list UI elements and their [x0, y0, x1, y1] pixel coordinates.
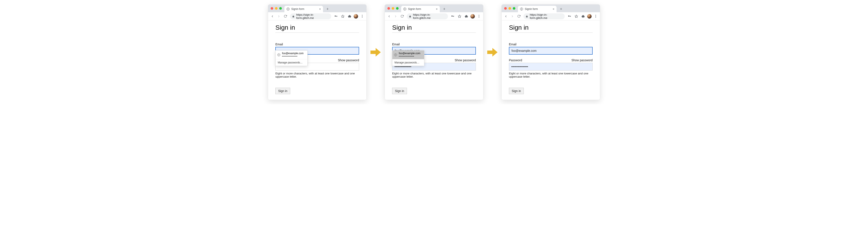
email-label: Email	[392, 43, 400, 46]
svg-marker-1	[458, 15, 461, 18]
password-field-group: Password Show password Eight or more cha…	[509, 58, 593, 78]
extensions-icon[interactable]	[463, 13, 469, 19]
page-content: Sign in Email foo@example.com ••••••••••…	[385, 21, 483, 100]
vertical-dots-icon	[362, 15, 363, 18]
url-text: https://sign-in-form.glitch.me	[413, 13, 446, 20]
svg-marker-2	[575, 15, 578, 18]
browser-window: Signin form × + https://sign-in-form.gli…	[268, 4, 367, 100]
browser-tab[interactable]: Signin form ×	[401, 6, 440, 12]
lock-icon	[292, 15, 294, 18]
globe-icon	[520, 7, 523, 10]
password-label: Password	[509, 58, 522, 62]
menu-button[interactable]	[359, 13, 365, 19]
back-button[interactable]	[386, 13, 392, 19]
manage-passwords-link[interactable]: Manage passwords…	[276, 59, 307, 66]
extensions-icon[interactable]	[580, 13, 586, 19]
back-button[interactable]	[269, 13, 275, 19]
vertical-dots-icon	[595, 15, 596, 18]
autofill-email: foo@example.com	[282, 52, 304, 55]
reload-button[interactable]	[516, 13, 522, 19]
autofill-dropdown: foo@example.com •••••••••••••••• Manage …	[275, 50, 308, 66]
globe-icon	[286, 7, 289, 10]
password-hint: Eight or more characters, with at least …	[392, 72, 476, 78]
browser-tab[interactable]: Signin form ×	[284, 6, 323, 12]
autofill-suggestion[interactable]: foo@example.com ••••••••••••••••	[276, 51, 307, 59]
email-label: Email	[509, 43, 517, 46]
signin-button[interactable]: Sign in	[392, 88, 407, 94]
new-tab-button[interactable]: +	[558, 6, 564, 12]
minimize-window-button[interactable]	[392, 7, 394, 10]
back-button[interactable]	[503, 13, 509, 19]
close-window-button[interactable]	[504, 7, 507, 10]
star-icon[interactable]	[457, 13, 463, 19]
signin-button[interactable]: Sign in	[509, 88, 524, 94]
browser-window: Signin form × + https://sign-in-form.gli…	[384, 4, 484, 100]
page-title: Sign in	[392, 24, 476, 31]
close-window-button[interactable]	[388, 7, 390, 10]
extensions-icon[interactable]	[347, 13, 353, 19]
tab-strip: Signin form × +	[268, 4, 366, 12]
browser-tab[interactable]: Signin form ×	[518, 6, 557, 12]
minimize-window-button[interactable]	[508, 7, 511, 10]
page-title: Sign in	[509, 24, 593, 31]
star-icon[interactable]	[340, 13, 346, 19]
reload-button[interactable]	[399, 13, 405, 19]
manage-passwords-link[interactable]: Manage passwords…	[392, 59, 424, 66]
menu-button[interactable]	[476, 13, 482, 19]
key-icon[interactable]	[333, 13, 339, 19]
divider	[275, 32, 359, 33]
show-password-toggle[interactable]: Show password	[455, 58, 476, 62]
tab-strip: Signin form × +	[502, 4, 600, 12]
autofill-suggestion[interactable]: foo@example.com ••••••••••••••••	[392, 51, 424, 59]
autofill-dropdown: foo@example.com •••••••••••••••• Manage …	[392, 50, 424, 66]
address-bar[interactable]: https://sign-in-form.glitch.me	[290, 13, 331, 19]
maximize-window-button[interactable]	[396, 7, 399, 10]
autofill-email: foo@example.com	[399, 52, 420, 55]
star-icon[interactable]	[573, 13, 579, 19]
vertical-dots-icon	[478, 15, 479, 18]
menu-button[interactable]	[593, 13, 599, 19]
toolbar: https://sign-in-form.glitch.me	[385, 12, 483, 21]
minimize-window-button[interactable]	[275, 7, 278, 10]
email-field[interactable]	[509, 47, 593, 55]
show-password-toggle[interactable]: Show password	[338, 58, 359, 62]
email-field-group: Email	[509, 43, 593, 55]
address-bar[interactable]: https://sign-in-form.glitch.me	[524, 13, 565, 19]
browser-window: Signin form × + https://sign-in-form.gli…	[501, 4, 600, 100]
reload-button[interactable]	[282, 13, 288, 19]
maximize-window-button[interactable]	[513, 7, 515, 10]
divider	[392, 32, 476, 33]
close-tab-icon[interactable]: ×	[553, 7, 554, 10]
profile-avatar[interactable]	[353, 14, 358, 19]
key-icon[interactable]	[566, 13, 572, 19]
password-hint: Eight or more characters, with at least …	[509, 72, 593, 78]
divider	[509, 32, 593, 33]
svg-marker-0	[341, 15, 344, 18]
arrow-right-icon	[487, 48, 498, 57]
autofill-password-mask: ••••••••••••••••	[282, 55, 304, 58]
email-field-group: Email foo@example.com •••••••••••••••• M…	[275, 43, 359, 55]
profile-avatar[interactable]	[587, 14, 592, 19]
show-password-toggle[interactable]: Show password	[571, 58, 593, 62]
new-tab-button[interactable]: +	[441, 6, 447, 12]
forward-button[interactable]	[393, 13, 399, 19]
maximize-window-button[interactable]	[279, 7, 282, 10]
tab-title: Signin form	[291, 7, 304, 10]
key-icon[interactable]	[450, 13, 456, 19]
forward-button[interactable]	[509, 13, 515, 19]
password-field[interactable]	[509, 63, 593, 71]
signin-button[interactable]: Sign in	[275, 88, 290, 94]
new-tab-button[interactable]: +	[325, 6, 330, 12]
window-controls	[388, 7, 399, 10]
tab-strip: Signin form × +	[385, 4, 483, 12]
close-tab-icon[interactable]: ×	[436, 7, 438, 10]
address-bar[interactable]: https://sign-in-form.glitch.me	[407, 13, 448, 19]
profile-avatar[interactable]	[470, 14, 475, 19]
page-content: Sign in Email Password Show password Eig…	[502, 21, 600, 100]
toolbar: https://sign-in-form.glitch.me	[268, 12, 366, 21]
window-controls	[271, 7, 282, 10]
forward-button[interactable]	[276, 13, 282, 19]
close-tab-icon[interactable]: ×	[319, 7, 321, 10]
close-window-button[interactable]	[271, 7, 273, 10]
page-title: Sign in	[275, 24, 359, 31]
